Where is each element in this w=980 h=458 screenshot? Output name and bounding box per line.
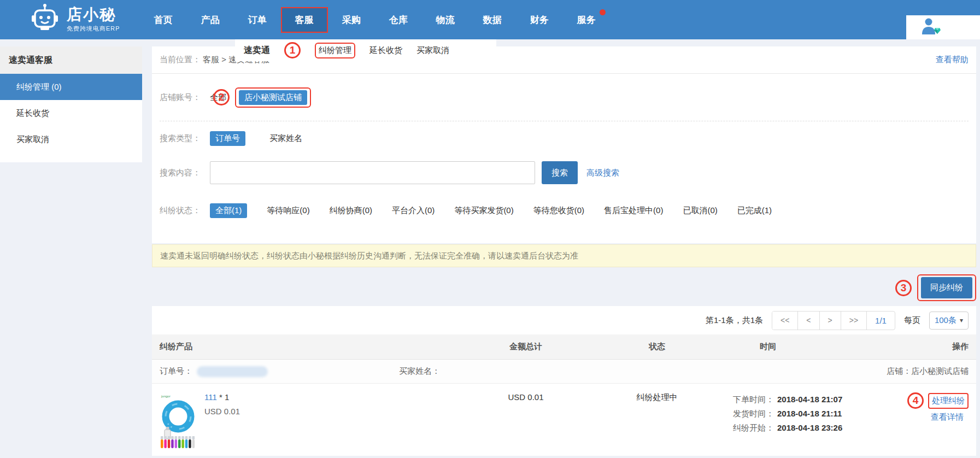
breadcrumb-label: 当前位置：	[160, 55, 201, 65]
pagination-row: 第1-1条，共1条 << < > >> 1/1 每页 100条 ▾	[152, 306, 976, 334]
col-header-status: 状态	[597, 342, 717, 352]
search-button[interactable]: 搜索	[542, 161, 578, 184]
annotation-box-sync: 同步纠纷	[917, 274, 976, 301]
advanced-search-link[interactable]: 高级搜索	[586, 168, 619, 178]
status-filter-cancelled[interactable]: 已取消(0)	[683, 205, 717, 216]
shop-filter-selected[interactable]: 店小秘测试店铺	[239, 90, 307, 105]
order-info-row: 订单号： 买家姓名： 店铺：店小秘测试店铺	[152, 360, 976, 384]
product-image[interactable]: jungor	[160, 392, 196, 449]
search-type-buyer-name[interactable]: 买家姓名	[269, 133, 302, 144]
nav-item-customer-service[interactable]: 客服	[281, 7, 328, 33]
nav-item-orders[interactable]: 订单	[234, 7, 281, 33]
search-row: 搜索内容： 搜索 高级搜索	[160, 155, 969, 190]
col-header-operations: 操作	[897, 342, 969, 352]
shop-name: 店铺：店小秘测试店铺	[887, 366, 969, 377]
status-filter-awaiting-your-receipt[interactable]: 等待您收货(0)	[533, 205, 584, 216]
user-account-button[interactable]	[906, 15, 980, 39]
search-type-order-no[interactable]: 订单号	[210, 131, 245, 146]
user-vip-icon	[920, 17, 941, 38]
sync-row: 3 同步纠纷	[895, 274, 976, 301]
view-help-link[interactable]: 查看帮助	[936, 55, 969, 65]
shop-account-label: 店铺账号：	[160, 92, 210, 103]
buyer-name-label: 买家姓名：	[399, 366, 440, 377]
status-filter-completed[interactable]: 已完成(1)	[737, 205, 772, 216]
customer-service-dropdown: 速卖通 1 纠纷管理 延长收货 买家取消	[235, 39, 496, 61]
ship-time-label: 发货时间：	[717, 407, 774, 421]
annotation-step-2: 2	[213, 89, 230, 105]
nav-item-warehouse[interactable]: 仓库	[375, 7, 422, 33]
sidebar-item-dispute-management[interactable]: 纠纷管理 (0)	[0, 74, 142, 100]
col-header-product: 纠纷产品	[160, 342, 455, 352]
dispute-table-panel: 第1-1条，共1条 << < > >> 1/1 每页 100条 ▾ 纠纷产品 金…	[152, 306, 976, 456]
status-filter-aftersale-processing[interactable]: 售后宝处理中(0)	[604, 205, 663, 216]
per-page-label: 每页	[904, 315, 920, 326]
nav-item-services[interactable]: 服务	[563, 7, 610, 33]
handle-dispute-link[interactable]: 处理纠纷	[932, 396, 965, 406]
annotation-box-shop: 店小秘测试店铺	[235, 87, 311, 108]
search-type-row: 搜索类型： 订单号 买家姓名	[160, 121, 969, 155]
dropdown-item-extend-receipt[interactable]: 延长收货	[369, 45, 402, 56]
annotation-step-4: 4	[907, 392, 924, 409]
status-filter-negotiating[interactable]: 纠纷协商(0)	[330, 205, 372, 216]
search-type-label: 搜索类型：	[160, 133, 210, 144]
product-title-link[interactable]: 111	[204, 392, 217, 402]
nav-item-data[interactable]: 数据	[469, 7, 516, 33]
product-price: USD 0.01	[204, 407, 240, 416]
annotation-step-3: 3	[895, 280, 912, 296]
dispute-amount: USD 0.01	[455, 390, 597, 449]
search-content-label: 搜索内容：	[160, 168, 210, 178]
pagination-summary: 第1-1条，共1条	[706, 315, 763, 326]
sidebar-item-extend-receipt[interactable]: 延长收货	[0, 100, 142, 126]
dropdown-item-dispute-management[interactable]: 纠纷管理	[319, 45, 351, 56]
pagination-next-button[interactable]: >	[819, 312, 841, 330]
nav-item-finance[interactable]: 财务	[516, 7, 563, 33]
ship-time-value: 2018-04-18 21:11	[777, 407, 842, 421]
search-input[interactable]	[210, 161, 535, 184]
annotation-box-handle: 处理纠纷	[928, 393, 969, 409]
dispute-start-value: 2018-04-18 23:26	[777, 421, 842, 435]
pagination-first-button[interactable]: <<	[772, 312, 797, 330]
per-page-select[interactable]: 100条 ▾	[929, 312, 969, 330]
nav-item-purchasing[interactable]: 采购	[328, 7, 375, 33]
nav-item-logistics[interactable]: 物流	[422, 7, 469, 33]
order-time-value: 2018-04-18 21:07	[777, 392, 842, 407]
pagination-last-button[interactable]: >>	[841, 312, 866, 330]
status-filter-awaiting-buyer-ship[interactable]: 等待买家发货(0)	[454, 205, 513, 216]
logo-subtitle: 免费跨境电商ERP	[67, 25, 120, 33]
annotation-box-dispute: 纠纷管理	[315, 43, 355, 58]
sidebar: 速卖通客服 纠纷管理 (0) 延长收货 买家取消	[0, 46, 142, 162]
robot-logo-icon	[30, 3, 60, 36]
logo[interactable]: 店小秘 免费跨境电商ERP	[30, 3, 120, 36]
dispute-start-label: 纠纷开始：	[717, 421, 774, 435]
status-filter-awaiting-response[interactable]: 等待响应(0)	[267, 205, 309, 216]
shop-account-row: 店铺账号： 全部 2 店小秘测试店铺	[160, 74, 969, 121]
logo-title: 店小秘	[67, 7, 120, 22]
dropdown-item-buyer-cancel[interactable]: 买家取消	[416, 45, 449, 56]
status-filter-all[interactable]: 全部(1)	[210, 203, 247, 218]
order-time-label: 下单时间：	[717, 392, 774, 407]
col-header-amount: 金额总计	[455, 342, 597, 352]
order-number-redacted	[197, 366, 268, 377]
order-number-label: 订单号：	[160, 366, 192, 377]
svg-text:jungor: jungor	[161, 395, 171, 398]
sync-disputes-button[interactable]: 同步纠纷	[921, 277, 972, 298]
annotation-step-1: 1	[284, 42, 301, 58]
nav-menu: 首页 产品 订单 客服 采购 仓库 物流 数据 财务 服务	[140, 7, 610, 33]
page: 店小秘 免费跨境电商ERP 首页 产品 订单 客服 采购 仓库 物流 数据 财务…	[0, 0, 980, 458]
nav-item-home[interactable]: 首页	[140, 7, 187, 33]
table-header-row: 纠纷产品 金额总计 状态 时间 操作	[152, 334, 976, 360]
filter-panel: 当前位置： 客服 > 速卖通客服 查看帮助 店铺账号： 全部 2 店小秘测试店铺…	[152, 46, 976, 243]
notification-dot-icon	[600, 9, 606, 15]
sidebar-item-buyer-cancel[interactable]: 买家取消	[0, 126, 142, 152]
dropdown-tab-aliexpress[interactable]: 速卖通	[244, 45, 270, 56]
view-details-link[interactable]: 查看详情	[931, 412, 964, 421]
sidebar-title: 速卖通客服	[0, 46, 142, 74]
dispute-table-row: jungor	[152, 384, 976, 449]
pagination-prev-button[interactable]: <	[797, 312, 819, 330]
dispute-status-row: 纠纷状态： 全部(1) 等待响应(0) 纠纷协商(0) 平台介入(0) 等待买家…	[160, 195, 969, 226]
col-header-time: 时间	[717, 342, 897, 352]
status-disclaimer-notice: 速卖通未返回明确纠纷状态，纠纷状态由小秘根据纠纷历史沟通判断，无法保证完全准确，…	[152, 244, 976, 267]
nav-item-products[interactable]: 产品	[187, 7, 234, 33]
dispute-status: 纠纷处理中	[597, 390, 717, 449]
status-filter-platform-involved[interactable]: 平台介入(0)	[392, 205, 435, 216]
